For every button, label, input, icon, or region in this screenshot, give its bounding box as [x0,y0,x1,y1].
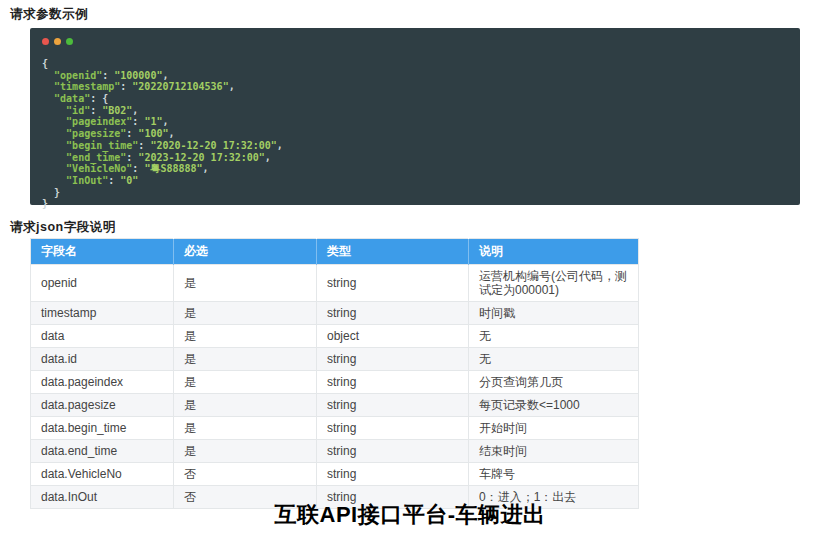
request-example-heading: 请求参数示例 [10,6,88,23]
code-line: "data": { [42,93,788,105]
page-footer-title: 互联API接口平台-车辆进出 [0,500,820,530]
required-cell: 是 [174,394,317,417]
description-cell: 运营机构编号(公司代码，测试定为000001) [469,265,639,302]
code-line: } [42,198,788,210]
table-row: data.begin_time是string开始时间 [31,417,639,440]
code-line: "end_time": "2023-12-20 17:32:00", [42,152,788,164]
description-cell: 无 [469,325,639,348]
type-cell: string [317,394,469,417]
required-cell: 是 [174,302,317,325]
table-row: data.pagesize是string每页记录数<=1000 [31,394,639,417]
description-cell: 时间戳 [469,302,639,325]
required-cell: 是 [174,265,317,302]
type-cell: string [317,265,469,302]
required-cell: 是 [174,417,317,440]
required-cell: 是 [174,325,317,348]
required-cell: 否 [174,463,317,486]
code-line: "VehicleNo": "粤S88888", [42,163,788,175]
table-row: openid是string运营机构编号(公司代码，测试定为000001) [31,265,639,302]
column-header: 类型 [317,239,469,265]
column-header: 说明 [469,239,639,265]
field-name-cell: timestamp [31,302,174,325]
table-row: data.end_time是string结束时间 [31,440,639,463]
description-cell: 每页记录数<=1000 [469,394,639,417]
field-name-cell: data [31,325,174,348]
required-cell: 是 [174,371,317,394]
table-row: data.pageindex是string分页查询第几页 [31,371,639,394]
code-line: "pagesize": "100", [42,128,788,140]
code-line: { [42,58,788,70]
type-cell: string [317,371,469,394]
field-name-cell: data.pagesize [31,394,174,417]
description-cell: 分页查询第几页 [469,371,639,394]
description-cell: 车牌号 [469,463,639,486]
required-cell: 是 [174,440,317,463]
close-dot-icon [42,38,49,45]
field-name-cell: data.end_time [31,440,174,463]
field-name-cell: openid [31,265,174,302]
table-row: timestamp是string时间戳 [31,302,639,325]
description-cell: 无 [469,348,639,371]
fields-table: 字段名必选类型说明 openid是string运营机构编号(公司代码，测试定为0… [30,238,639,509]
table-row: data是object无 [31,325,639,348]
code-line: "id": "B02", [42,105,788,117]
code-line: } [42,187,788,199]
description-cell: 开始时间 [469,417,639,440]
type-cell: string [317,440,469,463]
table-row: data.VehicleNo否string车牌号 [31,463,639,486]
type-cell: string [317,302,469,325]
required-cell: 是 [174,348,317,371]
code-line: "timestamp": "20220712104536", [42,81,788,93]
type-cell: string [317,463,469,486]
description-cell: 结束时间 [469,440,639,463]
minimize-dot-icon [54,38,61,45]
field-name-cell: data.id [31,348,174,371]
field-name-cell: data.begin_time [31,417,174,440]
type-cell: object [317,325,469,348]
json-code-sample: { "openid": "100000", "timestamp": "2022… [42,58,788,210]
code-line: "pageindex": "1", [42,116,788,128]
code-line: "openid": "100000", [42,70,788,82]
window-controls [42,36,788,46]
type-cell: string [317,348,469,371]
field-name-cell: data.VehicleNo [31,463,174,486]
code-line: "begin_time": "2020-12-20 17:32:00", [42,140,788,152]
request-fields-heading: 请求json字段说明 [10,219,116,236]
column-header: 字段名 [31,239,174,265]
column-header: 必选 [174,239,317,265]
table-row: data.id是string无 [31,348,639,371]
table-header-row: 字段名必选类型说明 [31,239,639,265]
field-name-cell: data.pageindex [31,371,174,394]
type-cell: string [317,417,469,440]
code-line: "InOut": "0" [42,175,788,187]
code-window: { "openid": "100000", "timestamp": "2022… [30,28,800,205]
maximize-dot-icon [66,38,73,45]
